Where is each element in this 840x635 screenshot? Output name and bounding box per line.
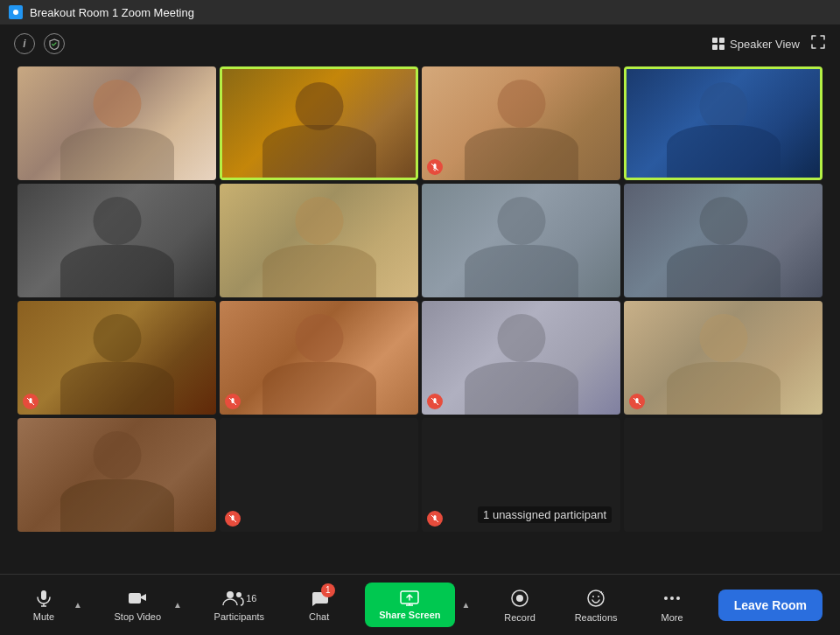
window-title: Breakout Room 1 Zoom Meeting	[30, 6, 194, 19]
svg-point-25	[670, 597, 674, 600]
video-cell-13	[18, 418, 216, 532]
shield-icon[interactable]	[44, 33, 65, 54]
svg-rect-10	[41, 590, 46, 600]
share-screen-icon	[399, 590, 420, 607]
mic-icon	[34, 589, 53, 608]
video-cell-6	[220, 184, 418, 297]
participant-video-6	[220, 184, 418, 297]
app-icon	[9, 5, 23, 19]
mute-label: Mute	[33, 611, 54, 622]
share-screen-group: Share Screen ▲	[365, 583, 473, 627]
speaker-view-label: Speaker View	[730, 38, 800, 51]
participant-video-12	[624, 301, 822, 415]
chat-icon: 1	[309, 589, 330, 608]
mute-indicator-10	[225, 394, 241, 409]
share-screen-button[interactable]: Share Screen	[365, 583, 454, 627]
mute-indicator-12	[629, 394, 645, 409]
mute-indicator-11	[427, 394, 443, 409]
record-label: Record	[504, 612, 535, 623]
more-label: More	[662, 612, 683, 623]
participant-video-11	[422, 301, 620, 415]
stop-video-button[interactable]: Stop Video	[105, 583, 170, 627]
video-cell-9	[18, 301, 216, 415]
video-cell-11	[422, 301, 620, 415]
svg-point-1	[13, 10, 18, 15]
svg-rect-13	[129, 593, 141, 604]
mute-button[interactable]: Mute	[18, 583, 70, 627]
participants-count: 16	[246, 593, 256, 604]
unassigned-notice: 1 unassigned participant	[478, 506, 612, 523]
share-screen-label: Share Screen	[379, 610, 440, 620]
video-cell-8	[624, 184, 822, 297]
participant-video-10	[220, 301, 418, 415]
svg-point-24	[664, 597, 668, 600]
top-bar-left: i	[14, 33, 65, 54]
top-bar-right: Speaker View	[712, 34, 826, 53]
info-icon[interactable]: i	[14, 33, 35, 54]
reactions-button[interactable]: Reactions	[566, 583, 626, 628]
svg-point-26	[676, 597, 680, 600]
video-icon	[127, 589, 148, 608]
participant-video-7	[422, 184, 620, 297]
video-cell-3	[422, 66, 620, 180]
video-cell-15: 1 unassigned participant	[422, 418, 620, 532]
leave-room-button[interactable]: Leave Room	[718, 590, 822, 621]
participants-button[interactable]: 16 Participants	[206, 583, 273, 627]
svg-point-23	[598, 596, 599, 597]
title-bar: Breakout Room 1 Zoom Meeting	[0, 0, 840, 24]
reactions-icon	[585, 588, 606, 609]
participant-video-4	[626, 69, 820, 178]
video-cell-4	[624, 66, 822, 180]
video-cell-12	[624, 301, 822, 415]
video-cell-14	[220, 418, 418, 532]
participant-video-8	[624, 184, 822, 297]
svg-point-15	[236, 592, 242, 597]
mute-indicator-3	[427, 159, 443, 175]
chat-button[interactable]: 1 Chat	[293, 583, 346, 627]
video-cell-2	[220, 66, 418, 180]
grid-icon	[712, 38, 724, 50]
speaker-view-btn[interactable]: Speaker View	[712, 38, 800, 51]
mute-caret[interactable]: ▲	[70, 598, 86, 611]
chat-label: Chat	[309, 611, 329, 622]
mute-indicator-14	[225, 511, 241, 527]
svg-point-22	[592, 596, 594, 597]
participants-icon: 16	[221, 589, 256, 608]
record-button[interactable]: Record	[494, 583, 546, 628]
svg-point-21	[588, 590, 604, 606]
reactions-label: Reactions	[575, 612, 618, 623]
video-cell-16	[624, 418, 822, 532]
participant-video-1	[18, 66, 216, 180]
participant-video-3	[422, 66, 620, 180]
video-cell-5	[18, 184, 216, 297]
participant-video-2	[222, 69, 416, 178]
chat-badge: 1	[321, 583, 335, 597]
participant-video-9	[18, 301, 216, 415]
svg-point-14	[227, 591, 234, 598]
more-icon	[662, 588, 682, 609]
video-cell-1	[18, 66, 216, 180]
mute-group: Mute ▲	[18, 583, 86, 627]
mute-indicator-15	[427, 511, 443, 527]
top-bar: i Speaker View	[0, 24, 840, 63]
video-grid: 1 unassigned participant	[9, 63, 831, 535]
share-caret[interactable]: ▲	[458, 598, 474, 611]
record-icon	[509, 588, 530, 609]
video-cell-7	[422, 184, 620, 297]
participants-label: Participants	[214, 611, 264, 622]
participant-video-13	[18, 418, 216, 532]
more-button[interactable]: More	[646, 583, 698, 628]
fullscreen-icon[interactable]	[810, 34, 826, 53]
svg-point-20	[516, 595, 523, 602]
participant-video-5	[18, 184, 216, 297]
stop-video-group: Stop Video ▲	[105, 583, 186, 627]
toolbar: Mute ▲ Stop Video ▲ 16 Part	[0, 574, 840, 635]
stop-video-label: Stop Video	[114, 611, 161, 622]
mute-indicator-9	[23, 394, 38, 409]
video-caret[interactable]: ▲	[170, 598, 186, 611]
video-cell-10	[220, 301, 418, 415]
